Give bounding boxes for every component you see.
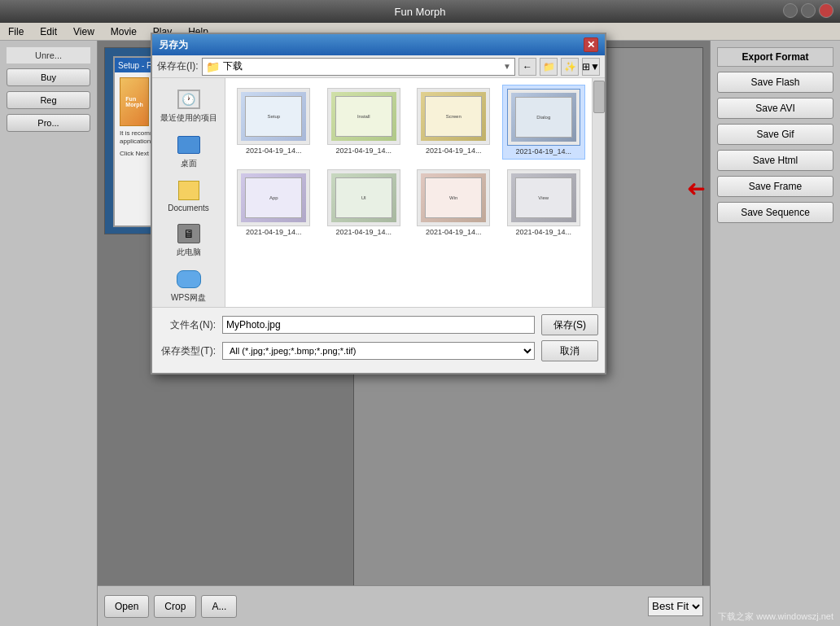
file-item-2[interactable]: Install 2021-04-19_14... xyxy=(322,85,406,160)
path-display: 📁 下载 ▼ xyxy=(202,58,515,76)
file-item-7[interactable]: Win 2021-04-19_14... xyxy=(412,166,496,239)
nav-computer-label: 此电脑 xyxy=(177,247,201,258)
nav-cloud-label: WPS网盘 xyxy=(171,292,206,304)
nav-recent-label: 最近使用的项目 xyxy=(160,112,217,124)
filetype-select[interactable]: All (*.jpg;*.jpeg;*.bmp;*.png;*.tif) xyxy=(222,342,535,360)
file-grid: Setup 2021-04-19_14... Install 2021-04-1… xyxy=(225,78,605,307)
file-thumb-7: Win xyxy=(417,169,490,226)
dialog-sidebar: 🕐 最近使用的项目 桌面 Documents xyxy=(152,78,225,307)
computer-icon: 🖥 xyxy=(176,222,202,245)
nav-desktop[interactable]: 桌面 xyxy=(155,130,221,173)
dialog-close-button[interactable]: ✕ xyxy=(584,37,598,52)
dialog-path-bar: 保存在(I): 📁 下载 ▼ ← 📁 ✨ ⊞▼ xyxy=(152,55,605,78)
file-name-6: 2021-04-19_14... xyxy=(335,228,392,236)
filename-label: 文件名(N): xyxy=(159,318,216,332)
file-grid-content: Setup 2021-04-19_14... Install 2021-04-1… xyxy=(232,85,585,239)
file-name-8: 2021-04-19_14... xyxy=(515,228,571,236)
path-value: 下载 xyxy=(223,59,243,73)
file-thumb-6: UI xyxy=(327,169,400,226)
up-button[interactable]: 📁 xyxy=(540,58,558,76)
filename-input[interactable]: MyPhoto.jpg xyxy=(222,316,535,334)
nav-documents[interactable]: Documents xyxy=(155,176,221,216)
scroll-thumb[interactable] xyxy=(593,81,605,113)
file-name-1: 2021-04-19_14... xyxy=(246,147,302,155)
file-item-5[interactable]: App 2021-04-19_14... xyxy=(232,166,316,239)
dialog-titlebar: 另存为 ✕ xyxy=(152,34,605,55)
view-toggle-button[interactable]: ⊞▼ xyxy=(582,58,600,76)
file-name-5: 2021-04-19_14... xyxy=(246,228,302,236)
red-arrow: ➜ xyxy=(687,175,706,202)
documents-icon xyxy=(176,179,202,202)
file-name-3: 2021-04-19_14... xyxy=(426,147,482,155)
file-item-3[interactable]: Screen 2021-04-19_14... xyxy=(412,85,496,160)
nav-cloud[interactable]: WPS网盘 xyxy=(155,265,221,307)
file-item-4[interactable]: Dialog 2021-04-19_14... xyxy=(502,85,586,160)
new-folder-button[interactable]: ✨ xyxy=(561,58,579,76)
nav-computer[interactable]: 🖥 此电脑 xyxy=(155,219,221,261)
file-item-8[interactable]: View 2021-04-19_14... xyxy=(502,166,586,239)
file-name-7: 2021-04-19_14... xyxy=(426,228,482,236)
back-button[interactable]: ← xyxy=(518,58,536,76)
file-thumb-3: Screen xyxy=(417,88,490,145)
save-button[interactable]: 保存(S) xyxy=(541,314,598,335)
nav-documents-label: Documents xyxy=(168,204,209,212)
file-item-1[interactable]: Setup 2021-04-19_14... xyxy=(232,85,316,160)
file-item-6[interactable]: UI 2021-04-19_14... xyxy=(322,166,406,239)
cancel-button[interactable]: 取消 xyxy=(541,340,598,361)
file-dialog: 另存为 ✕ 保存在(I): 📁 下载 ▼ ← 📁 ✨ ⊞▼ 🕐 xyxy=(151,33,606,374)
recent-icon: 🕐 xyxy=(176,88,202,111)
file-thumb-1: Setup xyxy=(237,88,310,145)
dialog-bottom: 文件名(N): MyPhoto.jpg 保存(S) 保存类型(T): All (… xyxy=(152,307,605,373)
dialog-body: 🕐 最近使用的项目 桌面 Documents xyxy=(152,78,605,307)
filetype-label: 保存类型(T): xyxy=(159,344,216,358)
file-name-4: 2021-04-19_14... xyxy=(515,147,571,155)
dialog-title: 另存为 xyxy=(159,38,188,52)
file-thumb-4: Dialog xyxy=(507,89,580,146)
nav-recent[interactable]: 🕐 最近使用的项目 xyxy=(155,85,221,127)
filename-row: 文件名(N): MyPhoto.jpg 保存(S) xyxy=(159,314,598,335)
file-thumb-2: Install xyxy=(327,88,400,145)
file-thumb-5: App xyxy=(237,169,310,226)
save-in-label: 保存在(I): xyxy=(157,59,199,73)
file-name-2: 2021-04-19_14... xyxy=(335,147,392,155)
desktop-icon xyxy=(176,134,202,156)
cloud-icon xyxy=(176,268,202,291)
file-thumb-8: View xyxy=(507,169,580,226)
filetype-row: 保存类型(T): All (*.jpg;*.jpeg;*.bmp;*.png;*… xyxy=(159,340,598,361)
nav-desktop-label: 桌面 xyxy=(181,158,197,169)
file-scroll[interactable] xyxy=(592,78,605,307)
dialog-overlay: 另存为 ✕ 保存在(I): 📁 下载 ▼ ← 📁 ✨ ⊞▼ 🕐 xyxy=(0,0,840,626)
